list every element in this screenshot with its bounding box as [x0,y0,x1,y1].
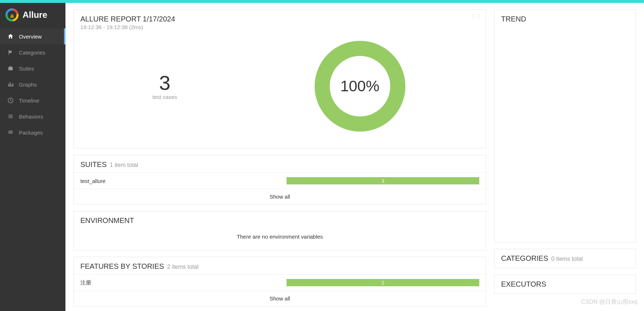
environment-widget: ENVIRONMENT There are no environment var… [73,211,486,250]
feature-bar-count: 2 [381,280,384,286]
nav-label: Packages [19,129,43,136]
brand-name: Allure [23,10,47,20]
test-count-label: test cases [152,94,177,100]
environment-empty-text: There are no environment variables [74,225,486,250]
nav: Overview Categories Suites Graphs [0,28,65,140]
suites-subtitle: 1 item total [110,162,138,168]
categories-widget: CATEGORIES 0 items total [494,249,636,268]
report-time-range: 19:12:38 - 19:12:38 (2ms) [80,24,479,30]
suites-show-all[interactable]: Show all [74,189,486,204]
nav-label: Categories [19,49,45,56]
nav-label: Timeline [19,97,39,104]
report-title: ALLURE REPORT 1/17/2024 [80,15,479,23]
categories-subtitle: 0 items total [551,256,583,262]
features-show-all[interactable]: Show all [74,291,486,306]
status-donut-chart[interactable]: 100% [313,39,407,133]
suite-bar-count: 3 [381,178,384,184]
app-container: a Allure Overview Categories [0,3,644,311]
feature-bar: 2 [287,279,479,286]
main-content: ⋮⋮ ALLURE REPORT 1/17/2024 19:12:38 - 19… [65,3,644,311]
suites-widget: SUITES 1 item total test_allure 3 Show a… [73,155,486,204]
nav-label: Suites [19,65,34,72]
nav-packages[interactable]: Packages [0,124,65,140]
feature-row[interactable]: 注册 2 [74,274,486,291]
executors-widget: EXECUTORS [494,275,636,294]
features-subtitle: 2 items total [167,264,199,270]
nav-suites[interactable]: Suites [0,60,65,76]
svg-text:a: a [10,12,14,19]
list-icon [7,113,14,120]
features-widget: FEATURES BY STORIES 2 items total 注册 2 S… [73,257,486,306]
browser-bookmark-bar [0,0,644,3]
sidebar: a Allure Overview Categories [0,3,65,311]
nav-label: Behaviors [19,113,43,120]
summary-widget: ⋮⋮ ALLURE REPORT 1/17/2024 19:12:38 - 19… [73,9,486,148]
test-count-block: 3 test cases [152,73,177,100]
suites-title: SUITES [80,160,107,168]
brand-row[interactable]: a Allure [0,3,65,28]
layers-icon [7,129,14,136]
drag-handle-icon[interactable]: ⋮⋮ [471,13,481,19]
briefcase-icon [7,65,14,72]
nav-overview[interactable]: Overview [0,28,65,44]
environment-title: ENVIRONMENT [80,216,134,224]
trend-title: TREND [501,15,526,23]
suite-row[interactable]: test_allure 3 [74,172,486,189]
home-icon [7,33,14,40]
features-title: FEATURES BY STORIES [80,262,164,270]
nav-label: Overview [19,33,42,40]
left-column: ⋮⋮ ALLURE REPORT 1/17/2024 19:12:38 - 19… [73,9,486,304]
allure-logo-icon: a [5,8,19,22]
nav-graphs[interactable]: Graphs [0,76,65,92]
clock-icon [7,97,14,104]
nav-timeline[interactable]: Timeline [0,92,65,108]
right-column: TREND CATEGORIES 0 items total EXECUTORS [494,9,636,304]
bar-chart-icon [7,81,14,88]
test-count-number: 3 [152,73,177,93]
trend-widget: TREND [494,9,636,242]
donut-center-label: 100% [313,39,407,133]
executors-title: EXECUTORS [501,280,546,288]
suite-bar: 3 [287,177,479,184]
suite-name: test_allure [80,178,105,184]
feature-name: 注册 [80,279,91,286]
nav-label: Graphs [19,81,37,88]
nav-categories[interactable]: Categories [0,44,65,60]
flag-icon [7,49,14,56]
nav-behaviors[interactable]: Behaviors [0,108,65,124]
categories-title: CATEGORIES [501,254,548,262]
